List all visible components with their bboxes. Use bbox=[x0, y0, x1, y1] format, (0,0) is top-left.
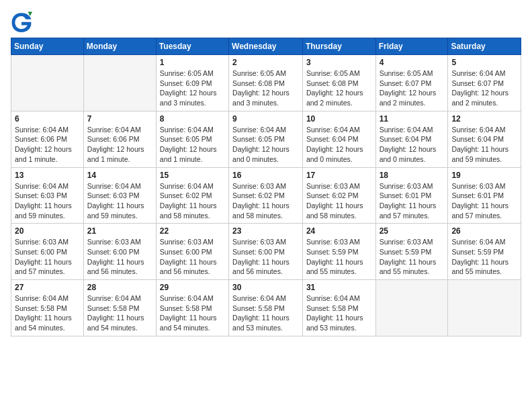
page-header bbox=[11, 11, 521, 32]
calendar-cell: 15Sunrise: 6:04 AM Sunset: 6:02 PM Dayli… bbox=[156, 167, 228, 224]
cell-content: Sunrise: 6:04 AM Sunset: 6:07 PM Dayligh… bbox=[451, 68, 517, 108]
day-number: 10 bbox=[306, 114, 372, 124]
calendar-cell: 1Sunrise: 6:05 AM Sunset: 6:09 PM Daylig… bbox=[156, 55, 228, 111]
day-number: 2 bbox=[232, 58, 299, 67]
calendar-cell: 11Sunrise: 6:04 AM Sunset: 6:04 PM Dayli… bbox=[375, 111, 448, 167]
calendar-week-row: 20Sunrise: 6:03 AM Sunset: 6:00 PM Dayli… bbox=[11, 224, 521, 280]
cell-content: Sunrise: 6:03 AM Sunset: 6:00 PM Dayligh… bbox=[160, 237, 225, 277]
calendar-cell: 29Sunrise: 6:04 AM Sunset: 5:58 PM Dayli… bbox=[156, 280, 228, 336]
calendar-cell: 14Sunrise: 6:04 AM Sunset: 6:03 PM Dayli… bbox=[83, 167, 156, 224]
calendar-cell: 5Sunrise: 6:04 AM Sunset: 6:07 PM Daylig… bbox=[448, 55, 521, 111]
cell-content: Sunrise: 6:04 AM Sunset: 6:05 PM Dayligh… bbox=[232, 125, 299, 165]
day-number: 25 bbox=[380, 226, 445, 236]
day-number: 23 bbox=[232, 226, 299, 236]
weekday-header-row: SundayMondayTuesdayWednesdayThursdayFrid… bbox=[11, 38, 521, 55]
day-number: 12 bbox=[451, 114, 517, 124]
calendar-cell bbox=[83, 55, 156, 111]
logo bbox=[11, 11, 36, 32]
calendar-cell bbox=[375, 280, 448, 336]
cell-content: Sunrise: 6:04 AM Sunset: 6:05 PM Dayligh… bbox=[160, 125, 225, 165]
day-number: 20 bbox=[15, 226, 80, 236]
calendar-week-row: 1Sunrise: 6:05 AM Sunset: 6:09 PM Daylig… bbox=[11, 55, 521, 111]
cell-content: Sunrise: 6:05 AM Sunset: 6:09 PM Dayligh… bbox=[160, 68, 225, 108]
cell-content: Sunrise: 6:03 AM Sunset: 6:01 PM Dayligh… bbox=[451, 181, 517, 221]
cell-content: Sunrise: 6:05 AM Sunset: 6:08 PM Dayligh… bbox=[232, 68, 299, 108]
cell-content: Sunrise: 6:03 AM Sunset: 5:59 PM Dayligh… bbox=[306, 237, 372, 277]
calendar-cell: 8Sunrise: 6:04 AM Sunset: 6:05 PM Daylig… bbox=[156, 111, 228, 167]
cell-content: Sunrise: 6:04 AM Sunset: 6:06 PM Dayligh… bbox=[15, 125, 80, 165]
calendar-cell: 20Sunrise: 6:03 AM Sunset: 6:00 PM Dayli… bbox=[11, 224, 84, 280]
calendar-cell: 17Sunrise: 6:03 AM Sunset: 6:02 PM Dayli… bbox=[302, 167, 375, 224]
day-number: 6 bbox=[15, 114, 80, 124]
day-number: 13 bbox=[15, 171, 80, 180]
calendar-cell: 30Sunrise: 6:04 AM Sunset: 5:58 PM Dayli… bbox=[229, 280, 303, 336]
cell-content: Sunrise: 6:04 AM Sunset: 6:06 PM Dayligh… bbox=[87, 125, 152, 165]
calendar-cell: 4Sunrise: 6:05 AM Sunset: 6:07 PM Daylig… bbox=[375, 55, 448, 111]
day-number: 31 bbox=[306, 283, 372, 292]
calendar-cell: 25Sunrise: 6:03 AM Sunset: 5:59 PM Dayli… bbox=[375, 224, 448, 280]
calendar-cell: 27Sunrise: 6:04 AM Sunset: 5:58 PM Dayli… bbox=[11, 280, 84, 336]
day-number: 11 bbox=[380, 114, 445, 124]
cell-content: Sunrise: 6:04 AM Sunset: 6:04 PM Dayligh… bbox=[451, 125, 517, 165]
cell-content: Sunrise: 6:04 AM Sunset: 5:58 PM Dayligh… bbox=[232, 293, 299, 333]
day-number: 29 bbox=[160, 283, 225, 292]
calendar-cell: 26Sunrise: 6:04 AM Sunset: 5:59 PM Dayli… bbox=[448, 224, 521, 280]
calendar-cell: 10Sunrise: 6:04 AM Sunset: 6:04 PM Dayli… bbox=[302, 111, 375, 167]
cell-content: Sunrise: 6:03 AM Sunset: 6:02 PM Dayligh… bbox=[306, 181, 372, 221]
cell-content: Sunrise: 6:04 AM Sunset: 6:03 PM Dayligh… bbox=[87, 181, 152, 221]
calendar-cell: 3Sunrise: 6:05 AM Sunset: 6:08 PM Daylig… bbox=[302, 55, 375, 111]
cell-content: Sunrise: 6:03 AM Sunset: 6:00 PM Dayligh… bbox=[87, 237, 152, 277]
calendar-cell: 16Sunrise: 6:03 AM Sunset: 6:02 PM Dayli… bbox=[229, 167, 303, 224]
cell-content: Sunrise: 6:04 AM Sunset: 5:58 PM Dayligh… bbox=[160, 293, 225, 333]
calendar-week-row: 27Sunrise: 6:04 AM Sunset: 5:58 PM Dayli… bbox=[11, 280, 521, 336]
cell-content: Sunrise: 6:04 AM Sunset: 5:58 PM Dayligh… bbox=[15, 293, 80, 333]
calendar-cell: 28Sunrise: 6:04 AM Sunset: 5:58 PM Dayli… bbox=[83, 280, 156, 336]
calendar-week-row: 13Sunrise: 6:04 AM Sunset: 6:03 PM Dayli… bbox=[11, 167, 521, 224]
day-number: 7 bbox=[87, 114, 152, 124]
calendar-week-row: 6Sunrise: 6:04 AM Sunset: 6:06 PM Daylig… bbox=[11, 111, 521, 167]
day-number: 18 bbox=[380, 171, 445, 180]
day-number: 19 bbox=[451, 171, 517, 180]
day-number: 15 bbox=[160, 171, 225, 180]
calendar-cell: 24Sunrise: 6:03 AM Sunset: 5:59 PM Dayli… bbox=[302, 224, 375, 280]
day-number: 24 bbox=[306, 226, 372, 236]
weekday-header: Sunday bbox=[11, 38, 84, 55]
weekday-header: Wednesday bbox=[229, 38, 303, 55]
day-number: 17 bbox=[306, 171, 372, 180]
cell-content: Sunrise: 6:03 AM Sunset: 6:00 PM Dayligh… bbox=[232, 237, 299, 277]
day-number: 16 bbox=[232, 171, 299, 180]
cell-content: Sunrise: 6:04 AM Sunset: 6:04 PM Dayligh… bbox=[306, 125, 372, 165]
calendar-cell: 22Sunrise: 6:03 AM Sunset: 6:00 PM Dayli… bbox=[156, 224, 228, 280]
weekday-header: Thursday bbox=[302, 38, 375, 55]
calendar-cell: 13Sunrise: 6:04 AM Sunset: 6:03 PM Dayli… bbox=[11, 167, 84, 224]
day-number: 26 bbox=[451, 226, 517, 236]
cell-content: Sunrise: 6:04 AM Sunset: 5:58 PM Dayligh… bbox=[87, 293, 152, 333]
cell-content: Sunrise: 6:05 AM Sunset: 6:07 PM Dayligh… bbox=[380, 68, 445, 108]
day-number: 27 bbox=[15, 283, 80, 292]
weekday-header: Saturday bbox=[448, 38, 521, 55]
day-number: 22 bbox=[160, 226, 225, 236]
calendar-cell: 21Sunrise: 6:03 AM Sunset: 6:00 PM Dayli… bbox=[83, 224, 156, 280]
calendar-cell: 2Sunrise: 6:05 AM Sunset: 6:08 PM Daylig… bbox=[229, 55, 303, 111]
cell-content: Sunrise: 6:04 AM Sunset: 6:02 PM Dayligh… bbox=[160, 181, 225, 221]
day-number: 4 bbox=[380, 58, 445, 67]
day-number: 8 bbox=[160, 114, 225, 124]
day-number: 5 bbox=[451, 58, 517, 67]
day-number: 28 bbox=[87, 283, 152, 292]
calendar-cell: 23Sunrise: 6:03 AM Sunset: 6:00 PM Dayli… bbox=[229, 224, 303, 280]
day-number: 9 bbox=[232, 114, 299, 124]
calendar-cell bbox=[448, 280, 521, 336]
weekday-header: Tuesday bbox=[156, 38, 228, 55]
cell-content: Sunrise: 6:03 AM Sunset: 6:00 PM Dayligh… bbox=[15, 237, 80, 277]
calendar-cell: 9Sunrise: 6:04 AM Sunset: 6:05 PM Daylig… bbox=[229, 111, 303, 167]
day-number: 1 bbox=[160, 58, 225, 67]
calendar-cell: 19Sunrise: 6:03 AM Sunset: 6:01 PM Dayli… bbox=[448, 167, 521, 224]
cell-content: Sunrise: 6:05 AM Sunset: 6:08 PM Dayligh… bbox=[306, 68, 372, 108]
cell-content: Sunrise: 6:03 AM Sunset: 6:01 PM Dayligh… bbox=[380, 181, 445, 221]
calendar-cell: 31Sunrise: 6:04 AM Sunset: 5:58 PM Dayli… bbox=[302, 280, 375, 336]
cell-content: Sunrise: 6:04 AM Sunset: 5:59 PM Dayligh… bbox=[451, 237, 517, 277]
weekday-header: Monday bbox=[83, 38, 156, 55]
day-number: 3 bbox=[306, 58, 372, 67]
cell-content: Sunrise: 6:04 AM Sunset: 5:58 PM Dayligh… bbox=[306, 293, 372, 333]
logo-icon bbox=[11, 11, 32, 32]
